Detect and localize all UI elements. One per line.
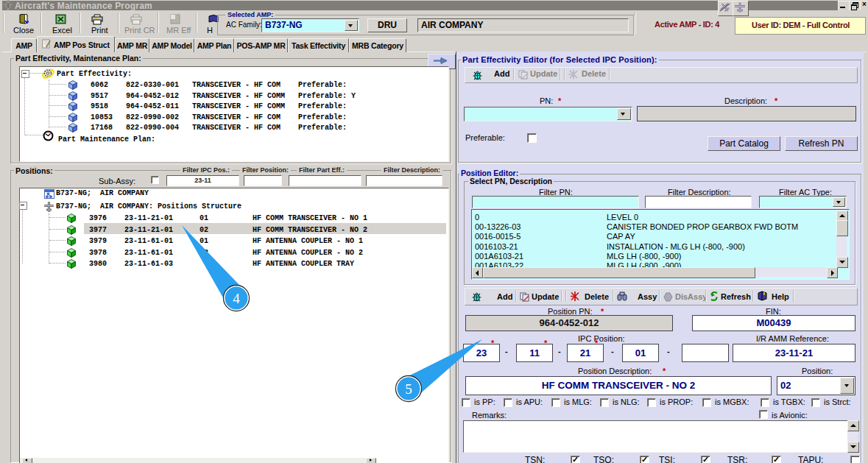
svg-text:4: 4: [233, 291, 240, 306]
svg-text:5: 5: [405, 381, 412, 397]
